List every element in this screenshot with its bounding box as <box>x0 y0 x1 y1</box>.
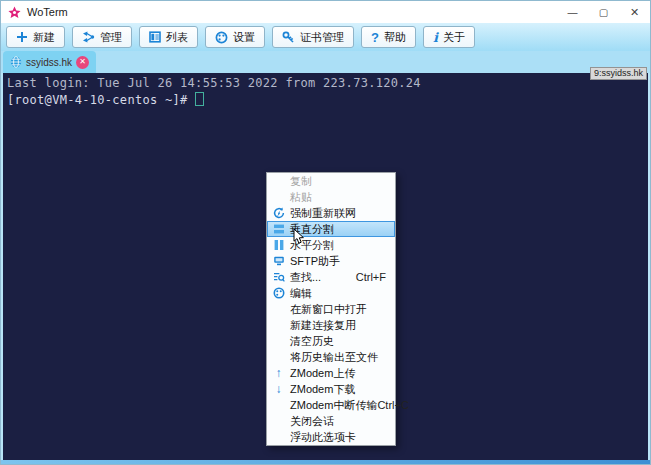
toolbar-button-settings[interactable]: 设置 <box>205 26 265 48</box>
window-controls: — ▢ ✕ <box>557 1 650 23</box>
terminal-cursor <box>195 92 204 106</box>
menu-item-zmodem-upload[interactable]: ↑ ZModem上传 <box>267 365 395 381</box>
find-icon <box>271 271 286 284</box>
download-arrow-icon: ↓ <box>271 383 286 396</box>
session-badge: 9:ssyidss.hk <box>590 67 647 80</box>
title-bar: WoTerm — ▢ ✕ <box>1 1 650 23</box>
menu-item-label: ZModem上传 <box>290 366 355 381</box>
menu-item-label: 查找... <box>290 270 321 285</box>
menu-item-label: 在新窗口中打开 <box>290 302 367 317</box>
toolbar-button-label: 关于 <box>443 30 465 45</box>
toolbar-button-label: 列表 <box>166 30 188 45</box>
terminal-prompt: [root@VM-4-10-centos ~]# <box>7 93 195 107</box>
menu-item-label: 新建连接复用 <box>290 318 356 333</box>
blank-icon <box>271 431 286 444</box>
split-vertical-icon <box>271 223 286 236</box>
tab-session[interactable]: ssyidss.hk ✕ <box>3 51 96 73</box>
menu-item-float-tab[interactable]: 浮动此选项卡 <box>267 429 395 445</box>
menu-item-label: 粘贴 <box>290 190 312 205</box>
menu-item-label: 清空历史 <box>290 334 334 349</box>
split-horizontal-icon <box>271 239 286 252</box>
menu-item-edit[interactable]: 编辑 <box>267 285 395 301</box>
context-menu: 复制 粘贴 强制重新联网 垂直分割 <box>266 172 396 446</box>
tab-bar: ssyidss.hk ✕ <box>1 51 650 73</box>
blank-icon <box>271 319 286 332</box>
toolbar-button-list[interactable]: 列表 <box>139 26 198 48</box>
close-button[interactable]: ✕ <box>619 1 650 23</box>
blank-icon <box>271 303 286 316</box>
key-icon <box>282 31 295 44</box>
sync-icon <box>271 207 286 220</box>
toolbar: 新建 管理 列表 设置 <box>1 23 650 51</box>
list-panel-icon <box>149 31 161 43</box>
menu-item-zmodem-download[interactable]: ↓ ZModem下载 <box>267 381 395 397</box>
toolbar-button-label: 设置 <box>233 30 255 45</box>
window-title: WoTerm <box>27 6 68 18</box>
menu-item-label: 编辑 <box>290 286 312 301</box>
menu-item-paste[interactable]: 粘贴 <box>267 189 395 205</box>
blank-icon <box>271 335 286 348</box>
blank-icon <box>271 415 286 428</box>
menu-item-label: ZModem中断传输 <box>290 398 377 413</box>
woterm-window: WoTerm — ▢ ✕ 新建 管理 列表 <box>0 0 651 465</box>
menu-item-label: 关闭会话 <box>290 414 334 429</box>
app-logo-star-icon <box>8 6 21 19</box>
upload-arrow-icon: ↑ <box>271 367 286 380</box>
toolbar-button-label: 帮助 <box>384 30 406 45</box>
blank-icon <box>271 399 286 412</box>
menu-item-copy[interactable]: 复制 <box>267 173 395 189</box>
menu-shortcut: Ctrl+C <box>377 399 417 411</box>
toolbar-button-label: 新建 <box>33 30 55 45</box>
menu-item-export-history-to-file[interactable]: 将历史输出至文件 <box>267 349 395 365</box>
window-bottom-frame <box>1 460 650 464</box>
toolbar-button-label: 证书管理 <box>300 30 344 45</box>
blank-icon <box>271 351 286 364</box>
toolbar-button-about[interactable]: i 关于 <box>423 26 475 48</box>
toolbar-button-label: 管理 <box>100 30 122 45</box>
plus-icon <box>16 31 28 43</box>
menu-item-open-in-new-window[interactable]: 在新窗口中打开 <box>267 301 395 317</box>
toolbar-button-cert-manage[interactable]: 证书管理 <box>272 26 354 48</box>
menu-item-label: ZModem下载 <box>290 382 355 397</box>
blank-icon <box>271 191 286 204</box>
toolbar-button-help[interactable]: ? 帮助 <box>361 26 416 48</box>
menu-item-clear-history[interactable]: 清空历史 <box>267 333 395 349</box>
tab-close-icon[interactable]: ✕ <box>76 56 89 69</box>
menu-item-close-session[interactable]: 关闭会话 <box>267 413 395 429</box>
toolbar-button-new[interactable]: 新建 <box>6 26 65 48</box>
menu-item-label: 将历史输出至文件 <box>290 350 378 365</box>
menu-item-vertical-split[interactable]: 垂直分割 <box>267 221 395 237</box>
terminal-last-login-line: Last login: Tue Jul 26 14:55:53 2022 fro… <box>7 76 648 90</box>
edit-palette-icon <box>271 287 286 300</box>
minimize-button[interactable]: — <box>557 1 588 23</box>
tab-label: ssyidss.hk <box>26 57 72 68</box>
menu-item-label: 浮动此选项卡 <box>290 430 356 445</box>
info-icon: i <box>433 31 438 44</box>
menu-item-new-connection-reuse[interactable]: 新建连接复用 <box>267 317 395 333</box>
share-icon <box>82 31 95 43</box>
maximize-button[interactable]: ▢ <box>588 1 619 23</box>
menu-item-force-reconnect[interactable]: 强制重新联网 <box>267 205 395 221</box>
mouse-cursor-icon <box>293 228 305 249</box>
toolbar-button-manage[interactable]: 管理 <box>72 26 132 48</box>
terminal-prompt-line: [root@VM-4-10-centos ~]# <box>7 92 648 107</box>
palette-icon <box>215 31 228 44</box>
menu-shortcut: Ctrl+F <box>356 271 395 283</box>
menu-item-label: 复制 <box>290 174 312 189</box>
menu-item-find[interactable]: 查找... Ctrl+F <box>267 269 395 285</box>
question-icon: ? <box>371 31 379 44</box>
menu-item-label: SFTP助手 <box>290 254 340 269</box>
menu-item-label: 强制重新联网 <box>290 206 356 221</box>
menu-item-sftp-helper[interactable]: SFTP助手 <box>267 253 395 269</box>
globe-icon <box>10 56 22 68</box>
sftp-icon <box>271 255 286 268</box>
menu-item-horizontal-split[interactable]: 水平分割 <box>267 237 395 253</box>
blank-icon <box>271 175 286 188</box>
menu-item-zmodem-abort[interactable]: ZModem中断传输 Ctrl+C <box>267 397 395 413</box>
